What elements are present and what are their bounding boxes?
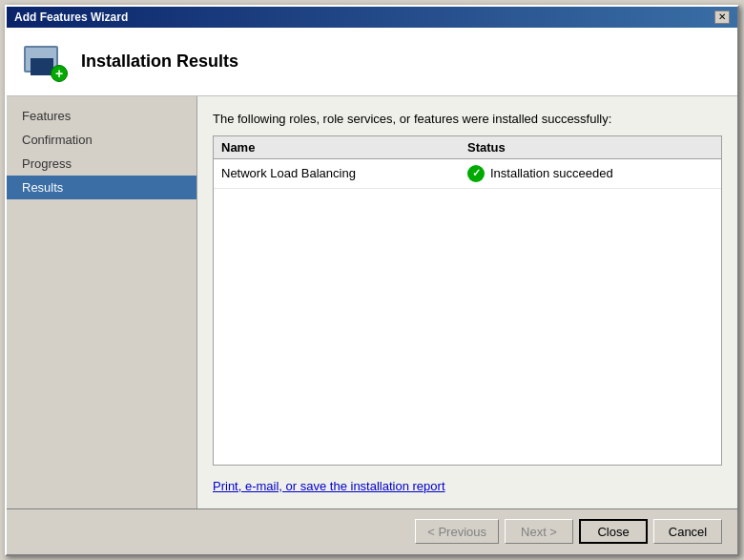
wizard-footer: < Previous Next > Close Cancel <box>7 508 737 554</box>
column-header-name: Name <box>221 140 467 155</box>
sidebar-item-features[interactable]: Features <box>7 104 196 128</box>
sidebar-item-progress[interactable]: Progress <box>7 152 196 176</box>
wizard-icon: + <box>22 38 68 84</box>
cancel-button[interactable]: Cancel <box>653 519 722 544</box>
add-badge-icon: + <box>51 65 68 82</box>
wizard-header: + Installation Results <box>7 28 737 96</box>
wizard-sidebar: Features Confirmation Progress Results <box>7 96 197 508</box>
close-button[interactable]: Close <box>579 519 648 544</box>
content-area: Features Confirmation Progress Results T… <box>7 96 737 508</box>
window-close-button[interactable]: ✕ <box>714 10 730 24</box>
results-table: Name Status Network Load Balancing ✓ Ins… <box>213 135 722 466</box>
results-table-header: Name Status <box>214 136 721 159</box>
row-name-cell: Network Load Balancing <box>221 166 467 180</box>
table-row: Network Load Balancing ✓ Installation su… <box>214 159 721 189</box>
wizard-window: Add Features Wizard ✕ + Installation Res… <box>5 5 739 556</box>
status-text: Installation succeeded <box>490 166 613 180</box>
previous-button[interactable]: < Previous <box>415 519 499 544</box>
column-header-status: Status <box>467 140 713 155</box>
window-title: Add Features Wizard <box>14 10 128 24</box>
main-content: The following roles, role services, or f… <box>197 96 737 508</box>
title-bar: Add Features Wizard ✕ <box>7 7 737 28</box>
sidebar-item-results[interactable]: Results <box>7 176 196 199</box>
main-description: The following roles, role services, or f… <box>213 112 722 126</box>
success-icon: ✓ <box>467 165 485 182</box>
report-link[interactable]: Print, e-mail, or save the installation … <box>213 479 722 493</box>
sidebar-item-confirmation[interactable]: Confirmation <box>7 128 196 152</box>
wizard-header-title: Installation Results <box>81 52 238 72</box>
row-status-cell: ✓ Installation succeeded <box>467 165 713 182</box>
next-button[interactable]: Next > <box>505 519 573 544</box>
